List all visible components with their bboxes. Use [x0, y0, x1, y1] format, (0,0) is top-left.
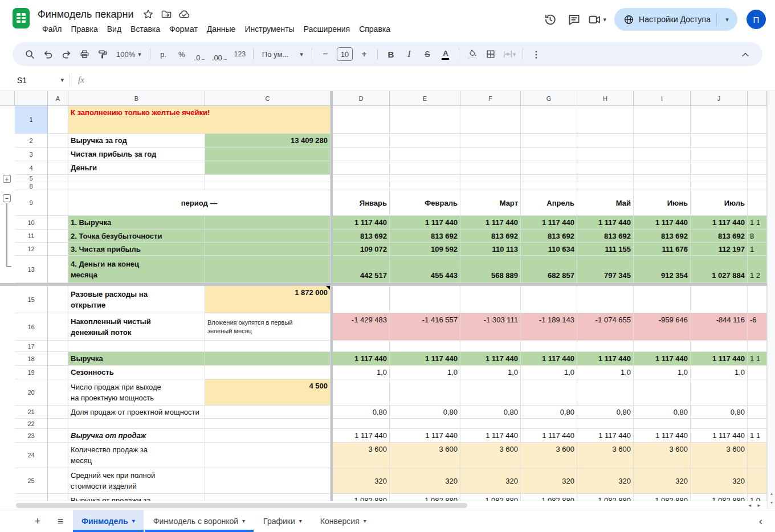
cell-A3[interactable] — [48, 148, 68, 161]
cell-I1[interactable] — [634, 106, 691, 134]
cell-D19[interactable]: 1,0 — [333, 366, 390, 379]
cell-D26[interactable]: 1 082 880 — [333, 494, 390, 501]
cell-C17[interactable] — [205, 341, 331, 352]
decrease-decimals-button[interactable]: .0 ← — [192, 46, 208, 62]
cell-E26[interactable]: 1 082 880 — [390, 494, 460, 501]
cell-K4[interactable] — [748, 161, 767, 175]
cell-G12[interactable]: 110 634 — [521, 243, 577, 256]
cell-G2[interactable] — [521, 134, 577, 148]
cell-K3[interactable] — [748, 148, 767, 161]
cell-G1[interactable] — [521, 106, 577, 134]
cell-J10[interactable]: 1 117 440 — [691, 216, 748, 230]
cell-I26[interactable]: 1 082 880 — [634, 494, 691, 501]
cell-K19[interactable] — [748, 366, 767, 379]
cell-I13[interactable]: 912 354 — [634, 256, 691, 283]
cell-J24[interactable]: 3 600 — [691, 443, 748, 468]
merge-cells-button[interactable]: ▾ — [501, 46, 518, 62]
sheets-logo-icon[interactable] — [13, 7, 30, 29]
cell-C11[interactable] — [205, 230, 331, 243]
cell-J26[interactable]: 1 082 880 — [691, 494, 748, 501]
cell-J25[interactable]: 320 — [691, 468, 748, 494]
row-header-partial[interactable] — [15, 494, 48, 501]
cell-K26[interactable]: 1 0 — [748, 494, 767, 501]
cell-K1[interactable] — [748, 106, 767, 134]
cell-F5[interactable] — [460, 175, 521, 182]
scroll-up-icon[interactable]: ▴ — [768, 491, 775, 496]
cell-C16[interactable]: Вложения окупятся в первый зеленый месяц — [205, 313, 331, 341]
cell-F22[interactable] — [460, 419, 521, 429]
cell-I10[interactable]: 1 117 440 — [634, 216, 691, 230]
cell-A12[interactable] — [48, 243, 68, 256]
cell-A26[interactable] — [48, 494, 68, 501]
cell-F12[interactable]: 110 113 — [460, 243, 521, 256]
row-header-15[interactable]: 15 — [15, 286, 48, 313]
font-select[interactable]: По ум... ▾ — [259, 46, 307, 62]
row-header-23[interactable]: 23 — [15, 429, 48, 443]
cell-J17[interactable] — [691, 341, 748, 352]
cell-F24[interactable]: 3 600 — [460, 443, 521, 468]
cell-I5[interactable] — [634, 175, 691, 182]
row-header-17[interactable]: 17 — [15, 341, 48, 352]
font-size-input[interactable]: 10 — [337, 47, 353, 61]
row-header-11[interactable]: 11 — [15, 230, 48, 243]
number-format-button[interactable]: 123 — [232, 46, 248, 62]
cell-D17[interactable] — [333, 341, 390, 352]
cell-A4[interactable] — [48, 161, 68, 175]
cell-K23[interactable]: 1 1 — [748, 429, 767, 443]
cell-K17[interactable] — [748, 341, 767, 352]
italic-button[interactable]: I — [401, 46, 417, 62]
cell-D16[interactable]: -1 429 483 — [333, 313, 390, 341]
more-options-icon[interactable]: ⋮ — [528, 46, 544, 62]
cell-C25[interactable] — [205, 468, 331, 494]
cell-J1[interactable] — [691, 106, 748, 134]
cell-B10[interactable]: 1. Выручка — [68, 216, 205, 230]
cell-E18[interactable]: 1 117 440 — [390, 352, 460, 366]
cell-H21[interactable]: 0,80 — [577, 406, 634, 419]
scroll-right-icon[interactable]: ▸ — [757, 502, 760, 508]
cell-E3[interactable] — [390, 148, 460, 161]
cell-E20[interactable] — [390, 379, 460, 406]
star-icon[interactable] — [142, 8, 154, 21]
cell-A19[interactable] — [48, 366, 68, 379]
row-header-4[interactable]: 4 — [15, 161, 48, 175]
row-header-12[interactable]: 12 — [15, 243, 48, 256]
cell-A22[interactable] — [48, 419, 68, 429]
cell-E8[interactable] — [390, 182, 460, 190]
cell-E17[interactable] — [390, 341, 460, 352]
fill-color-button[interactable] — [464, 46, 480, 62]
cell-H18[interactable]: 1 117 440 — [577, 352, 634, 366]
cell-G16[interactable]: -1 189 143 — [521, 313, 577, 341]
cell-C18[interactable] — [205, 352, 331, 366]
search-icon[interactable] — [22, 46, 38, 62]
cell-G17[interactable] — [521, 341, 577, 352]
cell-J8[interactable] — [691, 182, 748, 190]
cell-D23[interactable]: 1 117 440 — [333, 429, 390, 443]
cell-I11[interactable]: 813 692 — [634, 230, 691, 243]
cell-J11[interactable]: 813 692 — [691, 230, 748, 243]
cell-B19[interactable]: Сезонность — [68, 366, 205, 379]
cell-F25[interactable]: 320 — [460, 468, 521, 494]
decrease-font-size-button[interactable]: − — [317, 46, 333, 62]
cell-A11[interactable] — [48, 230, 68, 243]
cell-B5[interactable] — [68, 175, 205, 182]
cell-G22[interactable] — [521, 419, 577, 429]
cell-B4[interactable]: Деньги — [68, 161, 205, 175]
cell-D8[interactable] — [333, 182, 390, 190]
cell-G20[interactable] — [521, 379, 577, 406]
cloud-status-icon[interactable] — [178, 8, 191, 21]
cell-C5[interactable] — [205, 175, 331, 182]
cell-G9[interactable]: Апрель — [521, 190, 577, 216]
cell-D12[interactable]: 109 072 — [333, 243, 390, 256]
cell-K25[interactable] — [748, 468, 767, 494]
cell-H9[interactable]: Май — [577, 190, 634, 216]
cell-F4[interactable] — [460, 161, 521, 175]
cell-H26[interactable]: 1 082 880 — [577, 494, 634, 501]
cell-D22[interactable] — [333, 419, 390, 429]
row-header-5[interactable]: 5 — [15, 175, 48, 182]
horizontal-scrollbar-thumb[interactable] — [16, 503, 467, 508]
cell-J3[interactable] — [691, 148, 748, 161]
cell-E19[interactable]: 1,0 — [390, 366, 460, 379]
cell-D11[interactable]: 813 692 — [333, 230, 390, 243]
cell-J22[interactable] — [691, 419, 748, 429]
cell-B2[interactable]: Выручка за год — [68, 134, 205, 148]
